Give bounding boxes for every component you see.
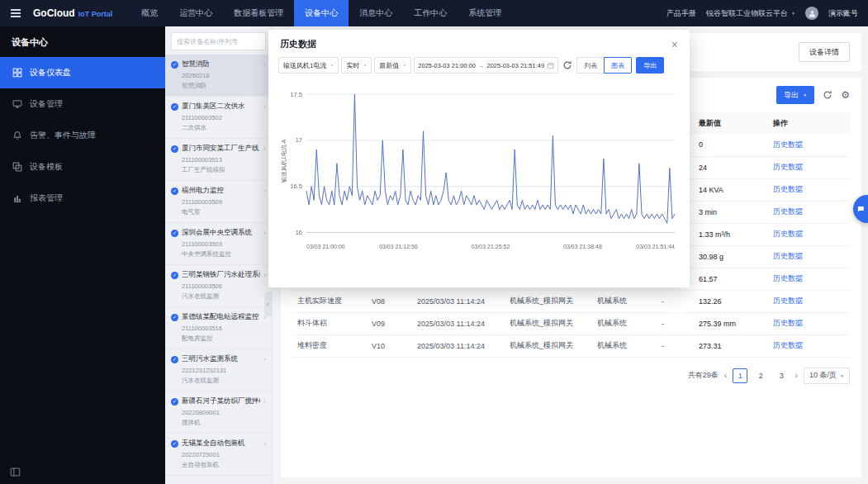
device-list-item[interactable]: ✓厦门市同安某工厂生产线›211100003513工厂生产线模拟: [165, 139, 272, 181]
device-list-item[interactable]: ✓福州电力监控›211100003509电气室: [165, 181, 272, 223]
metric-select[interactable]: 输送风机1电流 ▼: [278, 57, 339, 74]
pagination-prev[interactable]: ‹: [724, 371, 728, 380]
nav-item[interactable]: 运营中心: [168, 0, 223, 26]
history-data-link[interactable]: 历史数据: [773, 185, 803, 193]
sidebar-collapse-icon[interactable]: [10, 467, 21, 477]
pagination-next[interactable]: ›: [794, 371, 798, 380]
close-icon[interactable]: ×: [671, 39, 678, 50]
device-list-item[interactable]: ✓新疆石河子某纺织厂搅拌机›20220809001搅拌机: [165, 391, 272, 434]
device-name: 福州电力监控: [182, 186, 260, 196]
history-data-link[interactable]: 历史数据: [773, 140, 803, 149]
sidebar-item-label: 报表管理: [30, 192, 63, 204]
history-data-link[interactable]: 历史数据: [773, 207, 803, 216]
cell-action: 历史数据: [768, 335, 850, 357]
device-tag: 智慧消防: [182, 82, 266, 90]
cell-time: 2025/03/03 11:14:24: [412, 312, 505, 335]
sidebar-item[interactable]: 设备模板: [0, 151, 165, 183]
history-data-link[interactable]: 历史数据: [773, 252, 803, 260]
device-tag: 中央空调系统监控: [182, 250, 266, 259]
cell-code: V08: [367, 290, 412, 312]
history-data-link[interactable]: 历史数据: [773, 274, 803, 282]
sidebar-title: 设备中心: [0, 26, 165, 57]
pagination-page[interactable]: 1: [733, 368, 747, 383]
chevron-right-icon: ›: [263, 272, 266, 279]
view-toggle-chart[interactable]: 图表: [604, 57, 632, 74]
device-name: 三明某钢铁厂污水处理系统: [182, 270, 260, 280]
panel-collapse-handle[interactable]: ‹: [264, 292, 272, 316]
device-search-input[interactable]: [171, 32, 266, 50]
page-size-value: 10 条/页: [809, 370, 837, 381]
nav-item[interactable]: 消息中心: [349, 0, 403, 26]
nav-item[interactable]: 概览: [130, 0, 168, 26]
device-icon: [12, 99, 22, 109]
device-serial: 211100003506: [182, 282, 266, 290]
cell-action: 历史数据: [768, 201, 850, 223]
table-header-cell: 最新值: [694, 112, 768, 134]
cell-latest: 30.98 g: [694, 245, 768, 268]
device-tag: 污水在线监测: [182, 377, 266, 385]
nav-item[interactable]: 工作中心: [403, 0, 458, 26]
sidebar-item[interactable]: 告警、事件与故障: [0, 120, 165, 151]
nav-item[interactable]: 设备中心: [294, 0, 349, 26]
cell-action: 历史数据: [768, 134, 850, 156]
sidebar-item[interactable]: 设备仪表盘: [0, 57, 165, 88]
export-button[interactable]: 导出 ▼: [776, 86, 814, 104]
user-name[interactable]: 演示账号: [828, 8, 858, 19]
device-detail-button[interactable]: 设备详情: [799, 42, 850, 62]
pagination-page[interactable]: 3: [774, 368, 789, 383]
modal-export-button[interactable]: 导出: [636, 57, 664, 74]
pagination-page[interactable]: 2: [753, 368, 768, 383]
nav-menu: 概览运营中心数据看板管理设备中心消息中心工作中心系统管理: [130, 0, 512, 26]
device-item-header: ✓福州电力监控›: [171, 186, 266, 196]
refresh-icon[interactable]: [562, 60, 572, 70]
history-data-link[interactable]: 历史数据: [773, 319, 803, 327]
nav-right: 产品手册 锐谷智联工业物联云平台 ▼ 演示账号: [666, 7, 868, 20]
hamburger-icon[interactable]: [0, 0, 31, 26]
nav-item[interactable]: 系统管理: [458, 0, 512, 26]
aggregation-select[interactable]: 最新值 ▼: [374, 57, 411, 74]
product-manual-link[interactable]: 产品手册: [666, 8, 696, 19]
history-data-link[interactable]: 历史数据: [773, 341, 803, 349]
device-tag: 配电房监控: [182, 335, 266, 343]
platform-select[interactable]: 锐谷智联工业物联云平台 ▼: [706, 8, 795, 19]
history-data-link[interactable]: 历史数据: [773, 297, 803, 305]
cell-gateway: 机械系统_模拟网关: [505, 335, 592, 357]
mode-select[interactable]: 实时 ▼: [341, 57, 372, 74]
view-toggle-list[interactable]: 列表: [576, 57, 604, 74]
nav-item[interactable]: 数据看板管理: [223, 0, 294, 26]
device-item-header: ✓三明污水监测系统›: [171, 354, 266, 364]
cell-name: 主机实际速度: [292, 290, 367, 312]
settings-icon[interactable]: ⚙: [841, 90, 850, 100]
sidebar-item[interactable]: 设备管理: [0, 88, 165, 120]
view-toggle: 列表 图表: [576, 57, 632, 74]
page-size-select[interactable]: 10 条/页▼: [804, 368, 850, 384]
device-name: 厦门集美区二次供水: [182, 102, 260, 112]
cell-name: 堆料密度: [292, 335, 367, 357]
chevron-right-icon: ›: [263, 61, 266, 69]
avatar[interactable]: [805, 7, 818, 20]
device-list-item[interactable]: ✓无锡某全自动包装机›20220729001全自动包装机: [165, 434, 272, 476]
dashboard-icon: [12, 68, 22, 78]
device-name: 深圳会展中央空调系统: [182, 228, 260, 238]
device-list-item[interactable]: ✓景德镇某配电站远程监控›211100003516配电房监控: [165, 307, 272, 349]
check-icon: ✓: [171, 230, 178, 237]
sidebar-item[interactable]: 报表管理: [0, 183, 165, 214]
device-item-header: ✓厦门市同安某工厂生产线›: [171, 144, 266, 154]
history-data-link[interactable]: 历史数据: [773, 230, 803, 238]
device-name: 景德镇某配电站远程监控: [182, 312, 260, 322]
device-list-item[interactable]: ✓智慧消防›20250218智慧消防: [165, 55, 272, 97]
device-list-item[interactable]: ✓厦门集美区二次供水›211100003502二次供水: [165, 97, 272, 139]
device-list-item[interactable]: ✓三明某钢铁厂污水处理系统›211100003506污水在线监测: [165, 265, 272, 307]
refresh-icon[interactable]: [823, 90, 832, 100]
cell-latest: 3 min: [694, 201, 768, 223]
device-name: 无锡某全自动包装机: [182, 439, 260, 448]
device-item-header: ✓厦门集美区二次供水›: [171, 102, 266, 112]
history-data-link[interactable]: 历史数据: [773, 163, 803, 171]
cell-action: 历史数据: [768, 223, 850, 245]
date-range-picker[interactable]: 2025-03-03 21:00:00 → 2025-03-03 21:51:4…: [414, 57, 558, 74]
device-list-item[interactable]: ✓深圳会展中央空调系统›211100003503中央空调系统监控: [165, 223, 272, 265]
chevron-down-icon: ▼: [791, 11, 795, 16]
top-nav: GoCloud IoT Portal 概览运营中心数据看板管理设备中心消息中心工…: [0, 0, 868, 26]
device-serial: 211100003509: [182, 198, 266, 206]
device-list-item[interactable]: ✓三明污水监测系统›2221231232131污水在线监测: [165, 349, 272, 391]
